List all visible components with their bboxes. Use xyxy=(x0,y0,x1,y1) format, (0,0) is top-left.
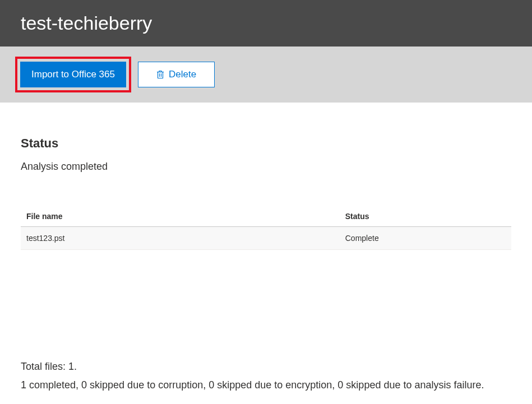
delete-button[interactable]: Delete xyxy=(138,62,215,87)
content-area: Status Analysis completed File name Stat… xyxy=(0,103,532,250)
file-table: File name Status test123.pst Complete xyxy=(21,206,511,250)
table-row: test123.pst Complete xyxy=(21,227,511,250)
highlight-box: Import to Office 365 xyxy=(15,57,131,92)
cell-filename: test123.pst xyxy=(21,227,340,250)
import-button-label: Import to Office 365 xyxy=(31,69,115,80)
import-button[interactable]: Import to Office 365 xyxy=(20,62,126,87)
page-title: test-techieberry xyxy=(21,12,152,34)
status-text: Analysis completed xyxy=(21,161,511,173)
delete-button-label: Delete xyxy=(169,69,196,80)
summary-details: 1 completed, 0 skipped due to corruption… xyxy=(21,376,529,394)
status-heading: Status xyxy=(21,136,511,151)
cell-status: Complete xyxy=(340,227,511,250)
trash-icon xyxy=(156,70,164,79)
toolbar: Import to Office 365 Delete xyxy=(0,47,532,103)
header-bar: test-techieberry xyxy=(0,0,532,47)
column-header-status: Status xyxy=(340,206,511,227)
summary-total: Total files: 1. xyxy=(21,357,529,375)
summary: Total files: 1. 1 completed, 0 skipped d… xyxy=(21,357,529,394)
column-header-filename: File name xyxy=(21,206,340,227)
